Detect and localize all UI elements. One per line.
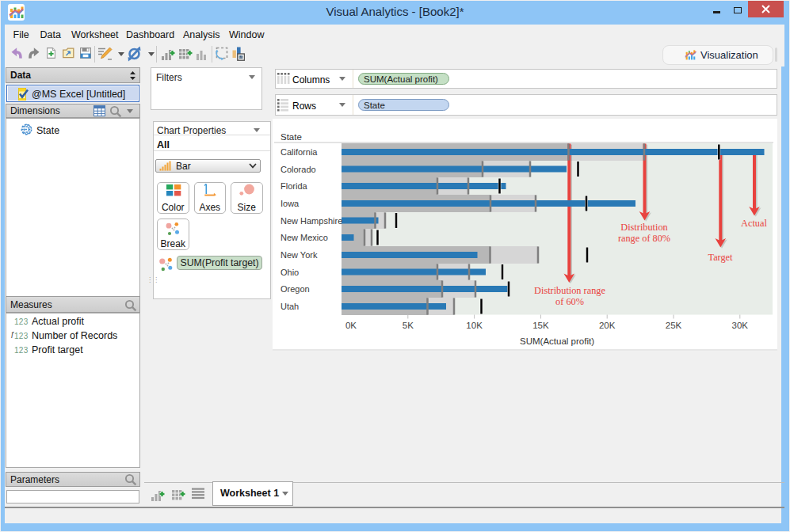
svg-text:State: State — [281, 132, 302, 142]
svg-text:Utah: Utah — [281, 302, 299, 311]
svg-text:SUM(Actual profit): SUM(Actual profit) — [520, 336, 594, 346]
svg-text:20K: 20K — [599, 321, 616, 330]
svg-text:Florida: Florida — [281, 181, 308, 191]
svg-text:30K: 30K — [732, 321, 749, 330]
svg-text:15K: 15K — [532, 321, 549, 330]
svg-text:New York: New York — [281, 250, 318, 260]
svg-text:Oregon: Oregon — [281, 284, 310, 294]
svg-text:Ohio: Ohio — [281, 268, 299, 277]
svg-text:New Mexico: New Mexico — [281, 233, 328, 242]
svg-text:LO: LO — [239, 55, 243, 59]
svg-text:10K: 10K — [466, 321, 483, 330]
svg-text:of 60%: of 60% — [555, 296, 584, 307]
svg-text:range of 80%: range of 80% — [618, 233, 670, 244]
svg-text:Colorado: Colorado — [281, 165, 316, 174]
svg-text:Distribution: Distribution — [620, 222, 667, 233]
svg-text:25K: 25K — [666, 321, 682, 330]
svg-text:New Hampshire: New Hampshire — [281, 216, 342, 226]
svg-text:Iowa: Iowa — [281, 199, 300, 208]
svg-text:0K: 0K — [345, 321, 357, 330]
svg-text:Distribution range: Distribution range — [534, 285, 605, 296]
svg-text:5K: 5K — [403, 321, 414, 330]
svg-text:California: California — [281, 147, 318, 157]
svg-text:Target: Target — [708, 252, 733, 263]
svg-text:Actual: Actual — [741, 218, 767, 229]
